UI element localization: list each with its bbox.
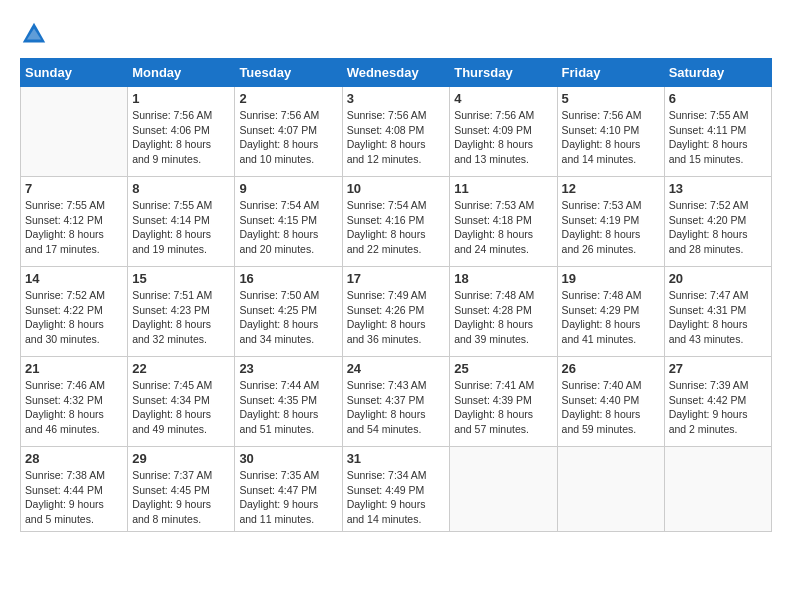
day-header-tuesday: Tuesday [235, 59, 342, 87]
day-number: 7 [25, 181, 123, 196]
day-number: 5 [562, 91, 660, 106]
day-number: 9 [239, 181, 337, 196]
calendar-cell: 25 Sunrise: 7:41 AMSunset: 4:39 PMDaylig… [450, 357, 557, 447]
calendar-cell: 30 Sunrise: 7:35 AMSunset: 4:47 PMDaylig… [235, 447, 342, 532]
calendar-cell: 11 Sunrise: 7:53 AMSunset: 4:18 PMDaylig… [450, 177, 557, 267]
calendar-week-3: 14 Sunrise: 7:52 AMSunset: 4:22 PMDaylig… [21, 267, 772, 357]
cell-info: Sunrise: 7:37 AMSunset: 4:45 PMDaylight:… [132, 469, 212, 525]
calendar-cell: 26 Sunrise: 7:40 AMSunset: 4:40 PMDaylig… [557, 357, 664, 447]
day-number: 27 [669, 361, 767, 376]
calendar-cell: 10 Sunrise: 7:54 AMSunset: 4:16 PMDaylig… [342, 177, 450, 267]
calendar-cell: 2 Sunrise: 7:56 AMSunset: 4:07 PMDayligh… [235, 87, 342, 177]
calendar-cell: 4 Sunrise: 7:56 AMSunset: 4:09 PMDayligh… [450, 87, 557, 177]
day-number: 6 [669, 91, 767, 106]
cell-info: Sunrise: 7:35 AMSunset: 4:47 PMDaylight:… [239, 469, 319, 525]
cell-info: Sunrise: 7:48 AMSunset: 4:29 PMDaylight:… [562, 289, 642, 345]
cell-info: Sunrise: 7:44 AMSunset: 4:35 PMDaylight:… [239, 379, 319, 435]
calendar-cell: 13 Sunrise: 7:52 AMSunset: 4:20 PMDaylig… [664, 177, 771, 267]
calendar-cell: 27 Sunrise: 7:39 AMSunset: 4:42 PMDaylig… [664, 357, 771, 447]
day-number: 13 [669, 181, 767, 196]
calendar-cell: 24 Sunrise: 7:43 AMSunset: 4:37 PMDaylig… [342, 357, 450, 447]
cell-info: Sunrise: 7:45 AMSunset: 4:34 PMDaylight:… [132, 379, 212, 435]
calendar-cell: 1 Sunrise: 7:56 AMSunset: 4:06 PMDayligh… [128, 87, 235, 177]
day-header-friday: Friday [557, 59, 664, 87]
calendar-cell: 12 Sunrise: 7:53 AMSunset: 4:19 PMDaylig… [557, 177, 664, 267]
cell-info: Sunrise: 7:49 AMSunset: 4:26 PMDaylight:… [347, 289, 427, 345]
day-header-sunday: Sunday [21, 59, 128, 87]
day-number: 17 [347, 271, 446, 286]
day-number: 1 [132, 91, 230, 106]
day-number: 23 [239, 361, 337, 376]
day-number: 15 [132, 271, 230, 286]
day-header-monday: Monday [128, 59, 235, 87]
cell-info: Sunrise: 7:38 AMSunset: 4:44 PMDaylight:… [25, 469, 105, 525]
cell-info: Sunrise: 7:41 AMSunset: 4:39 PMDaylight:… [454, 379, 534, 435]
day-number: 8 [132, 181, 230, 196]
cell-info: Sunrise: 7:39 AMSunset: 4:42 PMDaylight:… [669, 379, 749, 435]
calendar-cell: 14 Sunrise: 7:52 AMSunset: 4:22 PMDaylig… [21, 267, 128, 357]
page-header [20, 20, 772, 48]
calendar-cell [557, 447, 664, 532]
cell-info: Sunrise: 7:50 AMSunset: 4:25 PMDaylight:… [239, 289, 319, 345]
calendar-cell: 8 Sunrise: 7:55 AMSunset: 4:14 PMDayligh… [128, 177, 235, 267]
cell-info: Sunrise: 7:53 AMSunset: 4:18 PMDaylight:… [454, 199, 534, 255]
cell-info: Sunrise: 7:43 AMSunset: 4:37 PMDaylight:… [347, 379, 427, 435]
day-number: 26 [562, 361, 660, 376]
calendar-cell: 29 Sunrise: 7:37 AMSunset: 4:45 PMDaylig… [128, 447, 235, 532]
day-number: 21 [25, 361, 123, 376]
cell-info: Sunrise: 7:55 AMSunset: 4:12 PMDaylight:… [25, 199, 105, 255]
calendar-cell: 6 Sunrise: 7:55 AMSunset: 4:11 PMDayligh… [664, 87, 771, 177]
day-number: 10 [347, 181, 446, 196]
day-number: 24 [347, 361, 446, 376]
calendar-cell: 19 Sunrise: 7:48 AMSunset: 4:29 PMDaylig… [557, 267, 664, 357]
cell-info: Sunrise: 7:52 AMSunset: 4:20 PMDaylight:… [669, 199, 749, 255]
day-number: 20 [669, 271, 767, 286]
logo [20, 20, 52, 48]
calendar-cell: 16 Sunrise: 7:50 AMSunset: 4:25 PMDaylig… [235, 267, 342, 357]
day-header-wednesday: Wednesday [342, 59, 450, 87]
calendar-week-1: 1 Sunrise: 7:56 AMSunset: 4:06 PMDayligh… [21, 87, 772, 177]
calendar-cell: 20 Sunrise: 7:47 AMSunset: 4:31 PMDaylig… [664, 267, 771, 357]
cell-info: Sunrise: 7:55 AMSunset: 4:11 PMDaylight:… [669, 109, 749, 165]
cell-info: Sunrise: 7:53 AMSunset: 4:19 PMDaylight:… [562, 199, 642, 255]
calendar-cell: 7 Sunrise: 7:55 AMSunset: 4:12 PMDayligh… [21, 177, 128, 267]
calendar-cell: 22 Sunrise: 7:45 AMSunset: 4:34 PMDaylig… [128, 357, 235, 447]
day-header-thursday: Thursday [450, 59, 557, 87]
calendar-cell: 3 Sunrise: 7:56 AMSunset: 4:08 PMDayligh… [342, 87, 450, 177]
calendar-cell: 23 Sunrise: 7:44 AMSunset: 4:35 PMDaylig… [235, 357, 342, 447]
cell-info: Sunrise: 7:56 AMSunset: 4:07 PMDaylight:… [239, 109, 319, 165]
calendar-cell: 21 Sunrise: 7:46 AMSunset: 4:32 PMDaylig… [21, 357, 128, 447]
day-header-saturday: Saturday [664, 59, 771, 87]
day-number: 2 [239, 91, 337, 106]
calendar-cell: 31 Sunrise: 7:34 AMSunset: 4:49 PMDaylig… [342, 447, 450, 532]
cell-info: Sunrise: 7:56 AMSunset: 4:09 PMDaylight:… [454, 109, 534, 165]
calendar-table: SundayMondayTuesdayWednesdayThursdayFrid… [20, 58, 772, 532]
cell-info: Sunrise: 7:56 AMSunset: 4:10 PMDaylight:… [562, 109, 642, 165]
cell-info: Sunrise: 7:46 AMSunset: 4:32 PMDaylight:… [25, 379, 105, 435]
calendar-week-5: 28 Sunrise: 7:38 AMSunset: 4:44 PMDaylig… [21, 447, 772, 532]
cell-info: Sunrise: 7:55 AMSunset: 4:14 PMDaylight:… [132, 199, 212, 255]
calendar-week-4: 21 Sunrise: 7:46 AMSunset: 4:32 PMDaylig… [21, 357, 772, 447]
day-number: 28 [25, 451, 123, 466]
calendar-cell: 17 Sunrise: 7:49 AMSunset: 4:26 PMDaylig… [342, 267, 450, 357]
calendar-cell: 18 Sunrise: 7:48 AMSunset: 4:28 PMDaylig… [450, 267, 557, 357]
cell-info: Sunrise: 7:48 AMSunset: 4:28 PMDaylight:… [454, 289, 534, 345]
day-number: 14 [25, 271, 123, 286]
day-number: 3 [347, 91, 446, 106]
cell-info: Sunrise: 7:54 AMSunset: 4:15 PMDaylight:… [239, 199, 319, 255]
header-row: SundayMondayTuesdayWednesdayThursdayFrid… [21, 59, 772, 87]
day-number: 4 [454, 91, 552, 106]
cell-info: Sunrise: 7:56 AMSunset: 4:06 PMDaylight:… [132, 109, 212, 165]
cell-info: Sunrise: 7:51 AMSunset: 4:23 PMDaylight:… [132, 289, 212, 345]
day-number: 19 [562, 271, 660, 286]
day-number: 30 [239, 451, 337, 466]
calendar-cell: 5 Sunrise: 7:56 AMSunset: 4:10 PMDayligh… [557, 87, 664, 177]
calendar-week-2: 7 Sunrise: 7:55 AMSunset: 4:12 PMDayligh… [21, 177, 772, 267]
day-number: 12 [562, 181, 660, 196]
cell-info: Sunrise: 7:34 AMSunset: 4:49 PMDaylight:… [347, 469, 427, 525]
day-number: 18 [454, 271, 552, 286]
day-number: 29 [132, 451, 230, 466]
calendar-cell: 15 Sunrise: 7:51 AMSunset: 4:23 PMDaylig… [128, 267, 235, 357]
calendar-cell: 28 Sunrise: 7:38 AMSunset: 4:44 PMDaylig… [21, 447, 128, 532]
cell-info: Sunrise: 7:56 AMSunset: 4:08 PMDaylight:… [347, 109, 427, 165]
